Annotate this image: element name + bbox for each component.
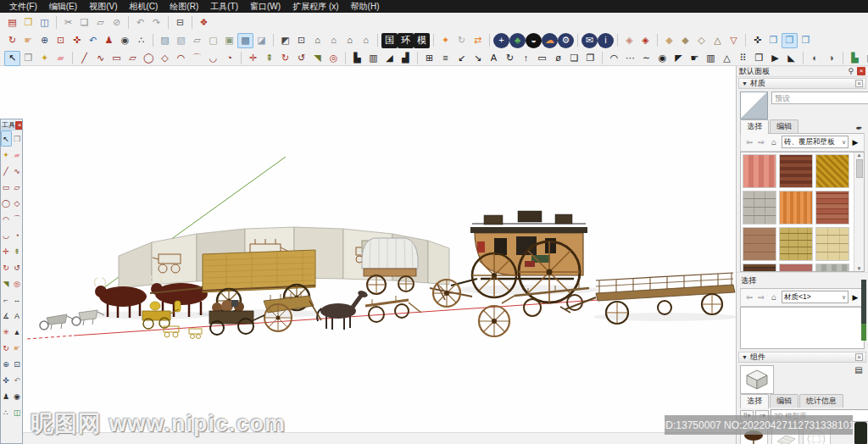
palette-zoom-window-tool[interactable]: ⊡	[12, 356, 23, 372]
stamp-button[interactable]: ◆	[677, 33, 693, 48]
fredo-tool-2-button[interactable]: ❒	[782, 33, 798, 48]
palette-previous-view-tool[interactable]: ↶	[12, 372, 23, 388]
tools-palette-titlebar[interactable]: 工具 ×	[1, 119, 22, 130]
delete-button[interactable]: ⊘	[108, 14, 125, 30]
palette-eraser[interactable]: ▰	[12, 147, 23, 163]
offset-tool-button[interactable]: ◎	[326, 51, 342, 66]
front-view-button[interactable]: ⌂	[309, 33, 326, 48]
xray-style-button[interactable]: ▨	[157, 33, 173, 48]
position-camera-button[interactable]: ♟	[101, 33, 117, 48]
colosseum-plugin-button[interactable]: ▥	[703, 51, 719, 66]
materials-details-button[interactable]: ▶	[850, 138, 860, 147]
layers2-plugin-button[interactable]: ❐	[582, 51, 598, 66]
mail-button[interactable]: ✉	[581, 33, 598, 48]
menu-extensions[interactable]: 扩展程序 (x)	[287, 0, 344, 13]
model-flat-cart[interactable]	[365, 296, 421, 322]
print-button[interactable]: ⊟	[172, 14, 188, 30]
zoom-extents-button[interactable]: ✜	[69, 33, 85, 48]
component-thumb-plane[interactable]	[771, 425, 799, 444]
diameter-plugin-button[interactable]: ø	[550, 51, 566, 66]
smoove-button[interactable]: ◆	[661, 33, 677, 48]
back-view-button[interactable]: ⌂	[342, 33, 358, 48]
components-tab-stats[interactable]: 统计信息	[799, 394, 843, 408]
new-file-button[interactable]: ▤	[4, 14, 20, 30]
components-tab-select[interactable]: 选择	[740, 394, 769, 408]
menu-camera[interactable]: 相机(C)	[123, 0, 164, 13]
flip-edge-button[interactable]: ▽	[726, 33, 742, 48]
pointer-plugin-button[interactable]: ▶	[767, 51, 783, 66]
palette-pie-tool[interactable]: ◔	[12, 227, 23, 243]
rectangle-tool-button[interactable]: ▭	[108, 51, 125, 66]
palette-axes-tool[interactable]: ✳	[1, 324, 12, 340]
palette-3d-text-tool[interactable]: ▲	[12, 324, 23, 340]
material-name-field[interactable]	[771, 92, 868, 104]
palette-zoom-tool[interactable]: ⊕	[1, 356, 12, 372]
tools-palette-close-button[interactable]: ×	[15, 121, 22, 130]
three-point-arc-tool-button[interactable]: ◡	[205, 51, 221, 66]
palette-position-camera-tool[interactable]: ♟	[1, 388, 12, 404]
save-button[interactable]: ◫	[36, 14, 53, 30]
swatch-red-gray-pavers[interactable]	[779, 264, 813, 272]
plugin-mo-button[interactable]: 模	[414, 33, 430, 48]
box-plugin-button[interactable]: ▭	[534, 51, 550, 66]
palette-paint-bucket[interactable]: ✦	[1, 147, 12, 163]
materials-in-model-button[interactable]: ⌂	[768, 137, 780, 147]
add-detail-button[interactable]: △	[709, 33, 726, 48]
material-list-empty[interactable]	[740, 307, 865, 349]
materials-tab-edit[interactable]: 编辑	[770, 119, 798, 133]
palette-two-point-arc-tool[interactable]: ⌒	[12, 211, 23, 227]
wireframe-style-button[interactable]: ▱	[189, 33, 205, 48]
select-forward-button[interactable]: ⇨	[756, 293, 766, 302]
polygon-tool-button[interactable]: ◇	[157, 51, 173, 66]
monochrome-style-button[interactable]: ◪	[253, 33, 270, 48]
materials-tab-select[interactable]: 选择	[740, 119, 769, 134]
menu-edit[interactable]: 编辑(E)	[43, 0, 83, 13]
teal-box-button[interactable]: ▣	[863, 51, 868, 66]
paint-bucket-button[interactable]: ✦	[36, 51, 53, 66]
left-view-button[interactable]: ⌂	[358, 33, 374, 48]
plugin-guo-button[interactable]: 国	[381, 33, 398, 48]
palette-rectangle-tool[interactable]: ▭	[1, 179, 12, 195]
select-tool-button[interactable]: ↖	[4, 51, 20, 66]
fredo-tool-1-button[interactable]: ❒	[765, 33, 782, 48]
arrow-branch-plugin-button[interactable]: ↘	[470, 51, 486, 66]
orbit-button[interactable]: ↻	[4, 33, 20, 48]
rotate-plugin-button[interactable]: ↻	[502, 51, 518, 66]
look-around-button[interactable]: ◉	[117, 33, 133, 48]
iso-view-button[interactable]: ◩	[277, 33, 293, 48]
shaded-textured-style-button[interactable]: ▩	[237, 33, 253, 48]
stairs-plugin-button[interactable]: ▙	[349, 51, 365, 66]
palette-polygon-tool[interactable]: ◇	[12, 195, 23, 211]
palette-section-plane-tool[interactable]: ◫	[12, 404, 23, 420]
cone-plugin-button[interactable]: ◣	[783, 51, 799, 66]
components-search-input[interactable]	[771, 412, 868, 420]
pan-button[interactable]: ☛	[20, 33, 36, 48]
palette-select-tool[interactable]: ↖	[1, 130, 12, 147]
select-details-button[interactable]: ▶	[850, 293, 860, 302]
default-panel-close-button[interactable]: ×	[857, 67, 865, 75]
pie-tool-button[interactable]: ◔	[221, 51, 237, 66]
palette-dimension-tool[interactable]: ↔	[12, 291, 23, 308]
swatch-gray-stone-blocks[interactable]	[743, 191, 776, 225]
wave-plugin-button[interactable]: ∼	[638, 51, 654, 66]
axes-tool-button[interactable]: ✜	[749, 33, 765, 48]
mirror-plugin-button[interactable]: △	[719, 51, 735, 66]
tree-circle-button[interactable]: ♣	[509, 33, 526, 48]
dome-plugin-button[interactable]: ◠	[606, 51, 622, 66]
palette-push-pull-tool[interactable]: ⇞	[12, 243, 23, 259]
swatch-beige-stone-blocks[interactable]	[815, 227, 849, 261]
two-point-arc-tool-button[interactable]: ⌒	[189, 51, 205, 66]
zoom-window-button[interactable]: ⊡	[53, 33, 69, 48]
open-file-button[interactable]: ❒	[20, 14, 36, 30]
palette-walk-tool[interactable]: ∴	[1, 404, 12, 420]
palette-text-tool[interactable]: A	[12, 308, 23, 324]
back-edges-style-button[interactable]: ▧	[173, 33, 189, 48]
ramp-plugin-button[interactable]: ◢	[381, 51, 398, 66]
make-component-button[interactable]: ❒	[20, 51, 36, 66]
align-plugin-button[interactable]: ⊞	[421, 51, 437, 66]
suapp-button[interactable]: ✦	[437, 33, 453, 48]
figure-plugin-button[interactable]: ↑	[518, 51, 534, 66]
menu-help[interactable]: 帮助(H)	[345, 0, 386, 13]
right-view-button[interactable]: ⌂	[326, 33, 342, 48]
info-circle-button[interactable]: i	[598, 33, 614, 48]
